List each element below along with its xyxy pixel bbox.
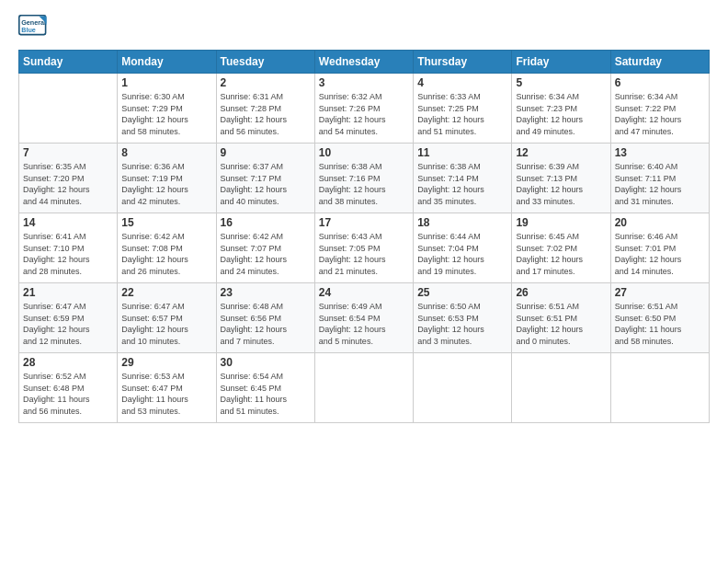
day-number: 3 [319,76,409,89]
header-tuesday: Tuesday [216,51,314,74]
header-saturday: Saturday [610,51,709,74]
calendar-cell: 30Sunrise: 6:54 AMSunset: 6:45 PMDayligh… [216,353,314,423]
logo-icon: General Blue [18,15,48,40]
day-info: Sunrise: 6:43 AMSunset: 7:05 PMDaylight:… [319,231,409,277]
calendar-cell: 7Sunrise: 6:35 AMSunset: 7:20 PMDaylight… [19,144,118,213]
day-number: 15 [121,216,211,229]
header-monday: Monday [118,51,216,74]
day-info: Sunrise: 6:31 AMSunset: 7:28 PMDaylight:… [221,91,311,137]
calendar-cell: 9Sunrise: 6:37 AMSunset: 7:17 PMDaylight… [216,144,314,213]
day-info: Sunrise: 6:47 AMSunset: 6:59 PMDaylight:… [23,301,113,347]
calendar-cell: 3Sunrise: 6:32 AMSunset: 7:26 PMDaylight… [314,74,413,144]
day-info: Sunrise: 6:39 AMSunset: 7:13 PMDaylight:… [516,161,606,207]
day-number: 21 [23,286,113,299]
calendar-cell: 29Sunrise: 6:53 AMSunset: 6:47 PMDayligh… [118,353,216,423]
day-info: Sunrise: 6:38 AMSunset: 7:16 PMDaylight:… [319,161,409,207]
day-info: Sunrise: 6:47 AMSunset: 6:57 PMDaylight:… [121,301,211,347]
day-number: 7 [23,146,113,159]
calendar-cell: 15Sunrise: 6:42 AMSunset: 7:08 PMDayligh… [118,213,216,283]
day-number: 28 [23,356,113,369]
day-info: Sunrise: 6:33 AMSunset: 7:25 PMDaylight:… [417,91,507,137]
calendar-cell: 23Sunrise: 6:48 AMSunset: 6:56 PMDayligh… [216,283,314,353]
calendar-cell: 18Sunrise: 6:44 AMSunset: 7:04 PMDayligh… [414,213,512,283]
day-info: Sunrise: 6:50 AMSunset: 6:53 PMDaylight:… [417,301,507,347]
header-wednesday: Wednesday [314,51,413,74]
header-friday: Friday [512,51,610,74]
page-header: General Blue [18,15,710,40]
day-number: 30 [221,356,311,369]
day-number: 14 [23,216,113,229]
day-info: Sunrise: 6:38 AMSunset: 7:14 PMDaylight:… [417,161,507,207]
header-sunday: Sunday [19,51,118,74]
calendar-cell: 1Sunrise: 6:30 AMSunset: 7:29 PMDaylight… [118,74,216,144]
day-number: 8 [121,146,211,159]
day-number: 18 [417,216,507,229]
calendar-cell: 16Sunrise: 6:42 AMSunset: 7:07 PMDayligh… [216,213,314,283]
day-info: Sunrise: 6:42 AMSunset: 7:08 PMDaylight:… [121,231,211,277]
calendar-cell: 17Sunrise: 6:43 AMSunset: 7:05 PMDayligh… [314,213,413,283]
day-info: Sunrise: 6:48 AMSunset: 6:56 PMDaylight:… [221,301,311,347]
day-info: Sunrise: 6:42 AMSunset: 7:07 PMDaylight:… [221,231,311,277]
day-number: 23 [221,286,311,299]
calendar-week-4: 21Sunrise: 6:47 AMSunset: 6:59 PMDayligh… [19,283,710,353]
calendar-cell [610,353,709,423]
day-number: 16 [221,216,311,229]
day-info: Sunrise: 6:54 AMSunset: 6:45 PMDaylight:… [221,371,311,417]
calendar-cell: 10Sunrise: 6:38 AMSunset: 7:16 PMDayligh… [314,144,413,213]
day-number: 9 [221,146,311,159]
day-number: 26 [516,286,606,299]
calendar-cell: 4Sunrise: 6:33 AMSunset: 7:25 PMDaylight… [414,74,512,144]
logo: General Blue [18,15,51,40]
day-number: 24 [319,286,409,299]
day-number: 29 [121,356,211,369]
day-number: 4 [417,76,507,89]
calendar-cell: 25Sunrise: 6:50 AMSunset: 6:53 PMDayligh… [414,283,512,353]
day-info: Sunrise: 6:35 AMSunset: 7:20 PMDaylight:… [23,161,113,207]
day-number: 20 [615,216,705,229]
day-number: 6 [615,76,705,89]
day-number: 1 [121,76,211,89]
day-info: Sunrise: 6:34 AMSunset: 7:22 PMDaylight:… [615,91,705,137]
calendar-cell: 2Sunrise: 6:31 AMSunset: 7:28 PMDaylight… [216,74,314,144]
day-info: Sunrise: 6:53 AMSunset: 6:47 PMDaylight:… [121,371,211,417]
calendar-cell [19,74,118,144]
calendar-cell: 8Sunrise: 6:36 AMSunset: 7:19 PMDaylight… [118,144,216,213]
day-info: Sunrise: 6:37 AMSunset: 7:17 PMDaylight:… [221,161,311,207]
calendar-cell: 6Sunrise: 6:34 AMSunset: 7:22 PMDaylight… [610,74,709,144]
calendar-cell [414,353,512,423]
calendar-cell: 22Sunrise: 6:47 AMSunset: 6:57 PMDayligh… [118,283,216,353]
calendar-cell: 19Sunrise: 6:45 AMSunset: 7:02 PMDayligh… [512,213,610,283]
day-info: Sunrise: 6:40 AMSunset: 7:11 PMDaylight:… [615,161,705,207]
day-info: Sunrise: 6:45 AMSunset: 7:02 PMDaylight:… [516,231,606,277]
day-number: 27 [615,286,705,299]
day-info: Sunrise: 6:41 AMSunset: 7:10 PMDaylight:… [23,231,113,277]
calendar-cell: 24Sunrise: 6:49 AMSunset: 6:54 PMDayligh… [314,283,413,353]
day-info: Sunrise: 6:36 AMSunset: 7:19 PMDaylight:… [121,161,211,207]
calendar: SundayMondayTuesdayWednesdayThursdayFrid… [18,50,710,423]
day-info: Sunrise: 6:49 AMSunset: 6:54 PMDaylight:… [319,301,409,347]
calendar-cell: 13Sunrise: 6:40 AMSunset: 7:11 PMDayligh… [610,144,709,213]
day-info: Sunrise: 6:32 AMSunset: 7:26 PMDaylight:… [319,91,409,137]
day-number: 5 [516,76,606,89]
calendar-cell: 27Sunrise: 6:51 AMSunset: 6:50 PMDayligh… [610,283,709,353]
day-number: 17 [319,216,409,229]
day-number: 12 [516,146,606,159]
day-info: Sunrise: 6:44 AMSunset: 7:04 PMDaylight:… [417,231,507,277]
day-info: Sunrise: 6:52 AMSunset: 6:48 PMDaylight:… [23,371,113,417]
day-info: Sunrise: 6:51 AMSunset: 6:51 PMDaylight:… [516,301,606,347]
day-info: Sunrise: 6:46 AMSunset: 7:01 PMDaylight:… [615,231,705,277]
calendar-cell: 28Sunrise: 6:52 AMSunset: 6:48 PMDayligh… [19,353,118,423]
calendar-cell: 11Sunrise: 6:38 AMSunset: 7:14 PMDayligh… [414,144,512,213]
calendar-cell [512,353,610,423]
calendar-cell: 21Sunrise: 6:47 AMSunset: 6:59 PMDayligh… [19,283,118,353]
calendar-week-3: 14Sunrise: 6:41 AMSunset: 7:10 PMDayligh… [19,213,710,283]
header-thursday: Thursday [414,51,512,74]
day-number: 13 [615,146,705,159]
day-info: Sunrise: 6:34 AMSunset: 7:23 PMDaylight:… [516,91,606,137]
calendar-cell: 5Sunrise: 6:34 AMSunset: 7:23 PMDaylight… [512,74,610,144]
calendar-cell: 26Sunrise: 6:51 AMSunset: 6:51 PMDayligh… [512,283,610,353]
day-info: Sunrise: 6:51 AMSunset: 6:50 PMDaylight:… [615,301,705,347]
calendar-cell: 12Sunrise: 6:39 AMSunset: 7:13 PMDayligh… [512,144,610,213]
day-number: 10 [319,146,409,159]
day-number: 19 [516,216,606,229]
